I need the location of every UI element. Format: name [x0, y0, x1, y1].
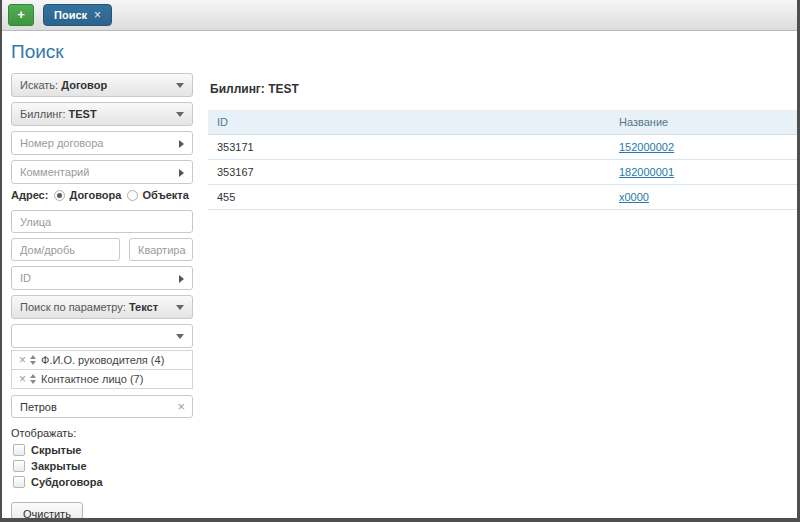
- page-title: Поиск: [11, 41, 797, 63]
- search-form: Искать: Договор Биллинг: TEST Номер дого…: [11, 73, 196, 522]
- table-row[interactable]: 455 x0000: [208, 185, 797, 210]
- apartment-input[interactable]: Квартира: [129, 238, 193, 261]
- address-radio-object[interactable]: [127, 190, 138, 201]
- tab-bar: + Поиск ×: [2, 0, 797, 31]
- clear-button[interactable]: Очистить: [11, 502, 83, 522]
- house-input[interactable]: Дом/дробь: [11, 238, 120, 261]
- checkbox-closed-label: Закрытые: [31, 460, 87, 472]
- chevron-down-icon: [176, 334, 184, 339]
- param-item-label: Ф.И.О. руководителя (4): [41, 354, 164, 366]
- add-tab-button[interactable]: +: [8, 4, 34, 26]
- search-tab[interactable]: Поиск ×: [43, 4, 112, 26]
- billing-dropdown[interactable]: Биллинг: TEST: [11, 102, 193, 126]
- cell-id: 353171: [208, 135, 610, 160]
- table-header-row: ID Название: [208, 110, 797, 135]
- id-placeholder: ID: [20, 272, 31, 284]
- param-item[interactable]: × Ф.И.О. руководителя (4): [11, 350, 193, 370]
- address-radio-group: Адрес: Договора Объекта: [11, 189, 196, 201]
- billing-label: Биллинг:: [20, 108, 66, 120]
- param-search-value: Текст: [129, 301, 158, 313]
- sort-arrows-icon[interactable]: [30, 355, 36, 365]
- street-input[interactable]: Улица: [11, 210, 193, 233]
- contract-link[interactable]: x0000: [619, 191, 649, 203]
- contract-link[interactable]: 182000001: [619, 166, 674, 178]
- tab-label: Поиск: [54, 5, 87, 26]
- comment-input[interactable]: Комментарий: [11, 160, 193, 184]
- chevron-down-icon: [176, 83, 184, 88]
- billing-value: TEST: [69, 108, 97, 120]
- table-row[interactable]: 353167 182000001: [208, 160, 797, 185]
- sort-arrows-icon[interactable]: [30, 374, 36, 384]
- param-value-text: Петров: [20, 401, 57, 413]
- address-label: Адрес:: [11, 189, 48, 201]
- address-radio-contract[interactable]: [54, 190, 65, 201]
- checkbox-subcontracts[interactable]: Субдоговора: [13, 476, 196, 488]
- search-type-value: Договор: [61, 79, 107, 91]
- checkbox-icon[interactable]: [13, 460, 25, 472]
- param-value-input[interactable]: Петров ×: [11, 395, 193, 418]
- checkbox-icon[interactable]: [13, 476, 25, 488]
- comment-placeholder: Комментарий: [20, 166, 89, 178]
- billing-heading: Биллинг: TEST: [210, 82, 797, 96]
- clear-input-icon[interactable]: ×: [177, 396, 185, 418]
- expand-right-icon[interactable]: [179, 275, 184, 283]
- app-root: + Поиск × Поиск Искать: Договор Биллинг:…: [0, 0, 800, 522]
- plus-icon: +: [17, 7, 25, 22]
- apartment-placeholder: Квартира: [138, 244, 186, 256]
- param-item[interactable]: × Контактное лицо (7): [11, 369, 193, 389]
- contract-number-input[interactable]: Номер договора: [11, 131, 193, 155]
- tab-close-icon[interactable]: ×: [94, 5, 101, 26]
- search-type-dropdown[interactable]: Искать: Договор: [11, 73, 193, 97]
- expand-right-icon[interactable]: [179, 169, 184, 177]
- param-item-label: Контактное лицо (7): [41, 373, 143, 385]
- table-row[interactable]: 353171 152000002: [208, 135, 797, 160]
- results-table: ID Название 353171 152000002 353167 1820…: [208, 110, 797, 210]
- cell-id: 455: [208, 185, 610, 210]
- id-input[interactable]: ID: [11, 266, 193, 290]
- param-search-dropdown[interactable]: Поиск по параметру: Текст: [11, 295, 193, 319]
- param-select-dropdown[interactable]: [11, 324, 193, 348]
- street-placeholder: Улица: [20, 216, 51, 228]
- search-type-label: Искать:: [20, 79, 58, 91]
- contract-link[interactable]: 152000002: [619, 141, 674, 153]
- address-radio-contract-label[interactable]: Договора: [69, 189, 121, 201]
- chevron-down-icon: [176, 305, 184, 310]
- house-placeholder: Дом/дробь: [20, 244, 75, 256]
- column-header-id[interactable]: ID: [208, 110, 610, 135]
- house-apartment-row: Дом/дробь Квартира: [11, 238, 196, 266]
- remove-icon[interactable]: ×: [16, 354, 29, 366]
- param-search-label: Поиск по параметру:: [20, 301, 126, 313]
- checkbox-subcontracts-label: Субдоговора: [31, 476, 103, 488]
- checkbox-closed[interactable]: Закрытые: [13, 460, 196, 472]
- results-area: Биллинг: TEST ID Название 353171 1520000…: [196, 73, 797, 522]
- display-label: Отображать:: [11, 427, 196, 439]
- cell-id: 353167: [208, 160, 610, 185]
- column-header-name[interactable]: Название: [610, 110, 797, 135]
- chevron-down-icon: [176, 112, 184, 117]
- checkbox-hidden[interactable]: Скрытые: [13, 444, 196, 456]
- expand-right-icon[interactable]: [179, 140, 184, 148]
- contract-number-placeholder: Номер договора: [20, 137, 103, 149]
- checkbox-icon[interactable]: [13, 444, 25, 456]
- remove-icon[interactable]: ×: [16, 373, 29, 385]
- content: Искать: Договор Биллинг: TEST Номер дого…: [2, 73, 797, 522]
- checkbox-hidden-label: Скрытые: [31, 444, 81, 456]
- address-radio-object-label[interactable]: Объекта: [142, 189, 188, 201]
